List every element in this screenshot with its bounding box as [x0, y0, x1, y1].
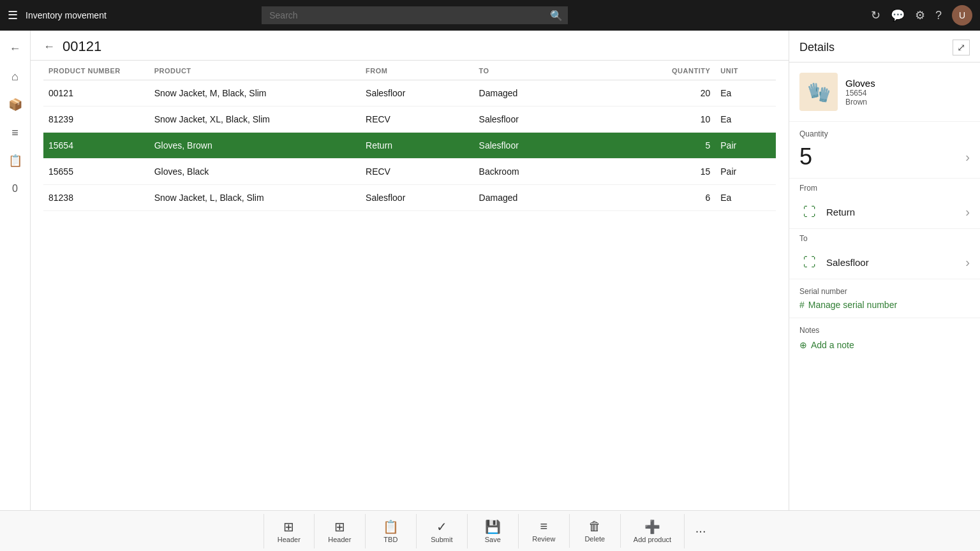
search-bar: 🔍 — [262, 6, 568, 24]
cell-unit: Pair — [715, 159, 776, 185]
cell-product: Snow Jacket, L, Black, Slim — [149, 185, 360, 211]
to-label: To — [789, 229, 980, 246]
sidebar: ← ⌂ 📦 ≡ 📋 0 — [0, 31, 31, 510]
manage-serial-button[interactable]: # Manage serial number — [799, 300, 970, 310]
from-location-icon: ⛶ — [799, 202, 820, 222]
delete-label: Delete — [584, 535, 605, 543]
avatar[interactable]: U — [952, 5, 972, 26]
serial-section: Serial number # Manage serial number — [789, 279, 980, 318]
search-input[interactable] — [262, 6, 568, 24]
to-location-row[interactable]: ⛶ Salesfloor › — [789, 246, 980, 279]
toolbar-header1-button[interactable]: ⊞ Header — [264, 514, 315, 548]
toolbar-header2-button[interactable]: ⊞ Header — [315, 514, 366, 548]
table-row[interactable]: 00121 Snow Jacket, M, Black, Slim Salesf… — [43, 80, 776, 107]
settings-icon[interactable]: ⚙ — [915, 8, 925, 22]
sidebar-item-menu[interactable]: ≡ — [3, 120, 28, 145]
cell-to: Salesfloor — [474, 133, 625, 159]
toolbar-tbd-button[interactable]: 📋 TBD — [366, 514, 417, 548]
toolbar-more-button[interactable]: ··· — [685, 518, 716, 543]
from-location-name: Return — [826, 207, 855, 217]
table-row[interactable]: 15654 Gloves, Brown Return Salesfloor 5 … — [43, 133, 776, 159]
content-area: ← 00121 PRODUCT NUMBER PRODUCT FROM TO Q… — [31, 31, 789, 510]
to-location-name: Salesfloor — [826, 257, 869, 268]
inventory-table: PRODUCT NUMBER PRODUCT FROM TO QUANTITY … — [43, 61, 776, 211]
quantity-chevron[interactable]: › — [965, 150, 970, 165]
product-id: 15654 — [845, 89, 875, 98]
cell-quantity: 20 — [625, 80, 715, 107]
cell-from: RECV — [360, 107, 474, 133]
toolbar-save-button[interactable]: 💾 Save — [468, 514, 519, 548]
back-button[interactable]: ← — [43, 40, 55, 54]
toolbar-delete-button[interactable]: 🗑 Delete — [570, 514, 621, 548]
sidebar-item-home[interactable]: ⌂ — [3, 64, 28, 89]
quantity-value: 5 — [799, 143, 812, 170]
hash-icon: # — [799, 300, 805, 310]
table-row[interactable]: 15655 Gloves, Black RECV Backroom 15 Pai… — [43, 159, 776, 185]
submit-label: Submit — [431, 536, 452, 543]
quantity-value-row: 5 › — [799, 143, 970, 170]
more-icon: ··· — [695, 524, 706, 538]
app-title: Inventory movement — [26, 10, 107, 20]
main-body: ← ⌂ 📦 ≡ 📋 0 ← 00121 PRODUCT NUMBER PRODU… — [0, 31, 980, 510]
col-header-quantity: QUANTITY — [625, 61, 715, 80]
col-header-product-number: PRODUCT NUMBER — [43, 61, 149, 80]
quantity-section: Quantity 5 › — [789, 122, 980, 179]
notes-label: Notes — [799, 326, 970, 335]
cell-product-number: 81239 — [43, 107, 149, 133]
cell-product-number: 15655 — [43, 159, 149, 185]
details-header: Details ⤢ — [789, 31, 980, 62]
sidebar-item-box[interactable]: 📦 — [3, 92, 28, 117]
search-icon: 🔍 — [550, 10, 563, 22]
cell-product-number: 00121 — [43, 80, 149, 107]
product-emoji: 🧤 — [807, 81, 831, 103]
save-label: Save — [485, 536, 501, 543]
toolbar-add-product-button[interactable]: ➕ Add product — [621, 514, 685, 548]
toolbar-review-button[interactable]: ≡ Review — [519, 514, 570, 548]
hamburger-icon[interactable]: ☰ — [8, 8, 18, 22]
header2-icon: ⊞ — [334, 519, 345, 534]
cell-product: Gloves, Brown — [149, 133, 360, 159]
cell-product: Snow Jacket, XL, Black, Slim — [149, 107, 360, 133]
page-header: ← 00121 — [31, 31, 789, 61]
table-row[interactable]: 81238 Snow Jacket, L, Black, Slim Salesf… — [43, 185, 776, 211]
to-location-icon: ⛶ — [799, 252, 820, 272]
page-title: 00121 — [63, 38, 101, 55]
bottom-toolbar: ⊞ Header ⊞ Header 📋 TBD ✓ Submit 💾 Save … — [0, 510, 980, 551]
cell-to: Damaged — [474, 80, 625, 107]
header1-label: Header — [278, 536, 301, 543]
product-summary: 🧤 Gloves 15654 Brown — [789, 62, 980, 122]
cell-to: Salesfloor — [474, 107, 625, 133]
from-location-row[interactable]: ⛶ Return › — [789, 195, 980, 229]
sidebar-item-back[interactable]: ← — [3, 36, 28, 61]
cell-product-number: 81238 — [43, 185, 149, 211]
col-header-from: FROM — [360, 61, 474, 80]
col-header-product: PRODUCT — [149, 61, 360, 80]
toolbar-submit-button[interactable]: ✓ Submit — [417, 514, 468, 548]
chat-icon[interactable]: 💬 — [891, 8, 905, 22]
quantity-label: Quantity — [799, 129, 970, 138]
add-note-button[interactable]: ⊕ Add a note — [799, 340, 970, 350]
nav-icons: ↻ 💬 ⚙ ? U — [871, 5, 972, 26]
details-panel: Details ⤢ 🧤 Gloves 15654 Brown Quantity … — [789, 31, 980, 510]
details-expand-button[interactable]: ⤢ — [953, 40, 970, 55]
table-row[interactable]: 81239 Snow Jacket, XL, Black, Slim RECV … — [43, 107, 776, 133]
from-chevron[interactable]: › — [965, 205, 970, 219]
cell-product: Snow Jacket, M, Black, Slim — [149, 80, 360, 107]
header2-label: Header — [328, 536, 351, 543]
refresh-icon[interactable]: ↻ — [871, 8, 880, 22]
cell-from: Return — [360, 133, 474, 159]
to-chevron[interactable]: › — [965, 255, 970, 270]
review-label: Review — [532, 535, 555, 543]
manage-serial-label: Manage serial number — [808, 300, 897, 310]
cell-quantity: 6 — [625, 185, 715, 211]
header1-icon: ⊞ — [283, 519, 294, 534]
to-location-inner: ⛶ Salesfloor — [799, 252, 869, 272]
product-name: Gloves — [845, 78, 875, 89]
cell-unit: Ea — [715, 185, 776, 211]
cell-to: Backroom — [474, 159, 625, 185]
sidebar-count: 0 — [3, 176, 28, 202]
sidebar-item-clipboard[interactable]: 📋 — [3, 148, 28, 173]
cell-unit: Ea — [715, 80, 776, 107]
help-icon[interactable]: ? — [935, 9, 942, 22]
cell-product-number: 15654 — [43, 133, 149, 159]
